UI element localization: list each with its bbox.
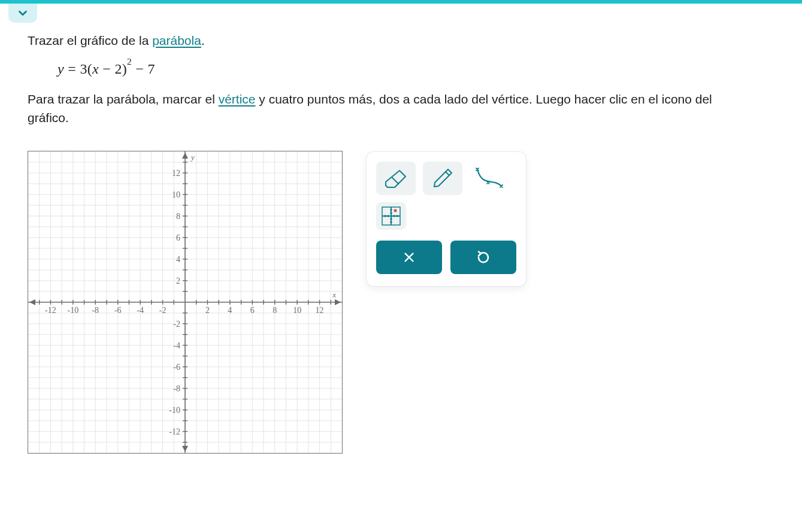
svg-text:y: y [190, 153, 195, 162]
svg-text:2: 2 [176, 276, 180, 285]
eq-y: y [57, 61, 64, 77]
svg-text:-2: -2 [159, 306, 167, 315]
svg-text:-4: -4 [137, 306, 144, 315]
prompt-pre: Trazar el gráfico de la [28, 34, 152, 47]
eraser-button[interactable] [376, 162, 416, 195]
eq-close: ) [122, 61, 127, 77]
toolbox [367, 152, 526, 286]
svg-text:-4: -4 [173, 341, 180, 350]
grid-icon [381, 206, 401, 226]
svg-text:-12: -12 [45, 306, 56, 315]
svg-text:12: 12 [172, 169, 180, 178]
graph-area[interactable]: -12-10-8-6-4-22468101212108642-2-4-6-8-1… [28, 151, 343, 454]
svg-text:10: 10 [293, 306, 301, 315]
svg-marker-62 [182, 153, 188, 159]
svg-text:x: x [332, 290, 336, 299]
plot-grid-button[interactable] [376, 202, 406, 230]
svg-text:-2: -2 [173, 320, 180, 329]
instr-pre: Para trazar la parábola, marcar el [28, 92, 219, 106]
pencil-icon [431, 167, 454, 190]
link-parabola[interactable]: parábola [152, 34, 201, 47]
action-row [376, 241, 516, 274]
link-vertex[interactable]: vértice [219, 92, 256, 106]
svg-text:8: 8 [176, 212, 180, 221]
svg-text:-12: -12 [169, 427, 180, 436]
svg-text:-6: -6 [173, 363, 180, 372]
equation: y = 3(x − 2)2 − 7 [57, 60, 719, 77]
clear-button[interactable] [376, 241, 442, 274]
svg-marker-60 [335, 299, 341, 305]
eq-eq: = [64, 61, 80, 77]
svg-text:-10: -10 [68, 306, 79, 315]
svg-text:12: 12 [316, 306, 324, 315]
instructions: Para trazar la parábola, marcar el vérti… [28, 90, 719, 127]
chevron-down-icon [16, 7, 29, 20]
eq-open: ( [87, 61, 92, 77]
svg-text:-8: -8 [92, 306, 99, 315]
expand-toggle[interactable] [8, 4, 37, 23]
tool-row-1 [376, 162, 516, 195]
prompt-line: Trazar el gráfico de la parábola. [28, 32, 719, 49]
work-row: -12-10-8-6-4-22468101212108642-2-4-6-8-1… [28, 151, 719, 454]
eq-exp: 2 [127, 56, 132, 66]
eq-minus: − [99, 61, 114, 77]
svg-text:-8: -8 [173, 384, 180, 393]
svg-text:-10: -10 [169, 406, 180, 415]
svg-marker-63 [182, 446, 188, 452]
svg-line-143 [446, 172, 449, 175]
undo-icon [476, 250, 491, 265]
close-icon [402, 251, 416, 264]
eq-a: 3 [80, 61, 87, 77]
svg-text:8: 8 [273, 306, 277, 315]
curve-button[interactable] [470, 162, 509, 195]
undo-button[interactable] [450, 241, 516, 274]
svg-text:2: 2 [205, 306, 210, 315]
svg-text:6: 6 [176, 233, 180, 242]
svg-text:4: 4 [176, 255, 180, 264]
svg-text:-6: -6 [114, 306, 122, 315]
eraser-icon [384, 168, 408, 189]
accent-bar [0, 0, 802, 4]
pencil-button[interactable] [423, 162, 462, 195]
tool-row-2 [376, 202, 516, 230]
content: Trazar el gráfico de la parábola. y = 3(… [0, 23, 743, 478]
eq-tail: − 7 [132, 61, 155, 77]
svg-text:6: 6 [250, 306, 255, 315]
eq-h: 2 [114, 61, 122, 77]
svg-text:4: 4 [228, 306, 232, 315]
svg-line-142 [392, 178, 398, 184]
coordinate-grid[interactable]: -12-10-8-6-4-22468101212108642-2-4-6-8-1… [28, 151, 342, 453]
curve-icon [474, 166, 505, 191]
eq-x: x [92, 61, 99, 77]
prompt-post: . [201, 34, 205, 47]
svg-marker-61 [29, 299, 35, 305]
svg-text:10: 10 [172, 190, 180, 199]
